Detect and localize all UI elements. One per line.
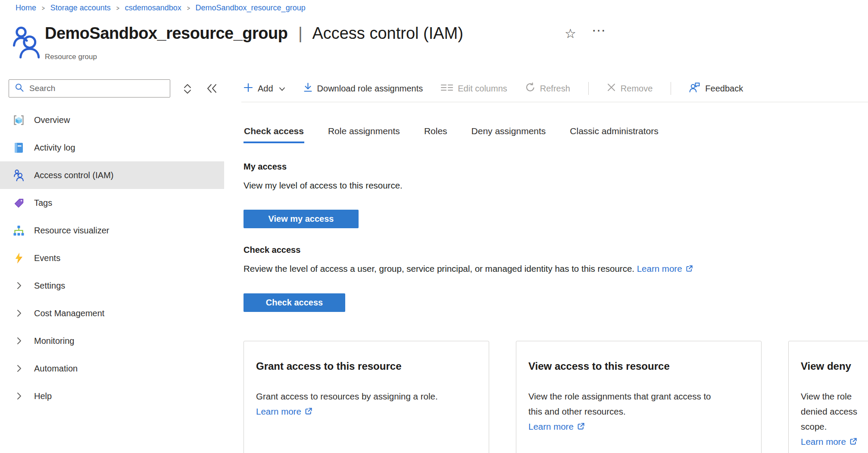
command-bar-divider: [241, 102, 868, 102]
view-access-card: View access to this resource View the ro…: [516, 341, 762, 453]
feedback-label: Feedback: [705, 84, 743, 94]
remove-label: Remove: [621, 84, 653, 94]
my-access-description: View my level of access to this resource…: [244, 180, 403, 191]
external-link-icon: [577, 420, 585, 435]
sidebar-search[interactable]: [9, 79, 170, 98]
breadcrumb-separator: >: [42, 4, 45, 12]
chevron-right-icon: [13, 335, 25, 347]
sidebar-item-tags[interactable]: Tags: [0, 189, 224, 217]
my-access-heading: My access: [244, 162, 287, 172]
external-link-icon: [304, 405, 312, 420]
search-icon: [15, 83, 24, 94]
view-access-card-title: View access to this resource: [528, 360, 749, 372]
breadcrumb-home[interactable]: Home: [16, 3, 36, 13]
view-access-learn-more[interactable]: Learn more: [528, 419, 749, 435]
sidebar-item-label: Tags: [34, 198, 52, 208]
download-icon: [303, 82, 312, 94]
refresh-icon: [525, 82, 535, 94]
check-access-heading: Check access: [244, 245, 300, 255]
refresh-button[interactable]: Refresh: [525, 82, 570, 94]
sidebar-item-overview[interactable]: Overview: [0, 106, 224, 134]
learn-more-label[interactable]: Learn more: [528, 422, 574, 431]
remove-button[interactable]: Remove: [607, 83, 653, 94]
tab-roles[interactable]: Roles: [424, 126, 448, 143]
more-options-icon[interactable]: …: [591, 18, 607, 35]
sidebar-item-label: Resource visualizer: [34, 226, 109, 236]
check-access-button[interactable]: Check access: [244, 293, 345, 312]
view-deny-body-line: View the role: [801, 389, 868, 404]
breadcrumb-resource-group[interactable]: DemoSandbox_resource_group: [196, 3, 306, 13]
feedback-button[interactable]: Feedback: [689, 82, 743, 95]
toolbar-divider: [671, 82, 671, 95]
sidebar-item-settings[interactable]: Settings: [0, 272, 224, 299]
breadcrumb-storage-accounts[interactable]: Storage accounts: [50, 3, 111, 13]
sidebar-item-label: Overview: [34, 115, 70, 125]
feedback-icon: [689, 82, 700, 95]
view-deny-card-body: View the role denied access scope.: [801, 389, 868, 434]
edit-columns-button[interactable]: Edit columns: [441, 84, 507, 94]
view-deny-body-line: denied access: [801, 404, 868, 419]
sidebar-item-events[interactable]: Events: [0, 244, 224, 272]
people-icon: [13, 170, 25, 181]
grant-access-card-body: Grant access to resources by assigning a…: [256, 389, 442, 404]
columns-icon: [441, 84, 453, 94]
favorite-star-icon[interactable]: ☆: [565, 26, 576, 41]
learn-more-label[interactable]: Learn more: [256, 406, 301, 416]
chevron-right-icon: [13, 308, 25, 319]
external-link-icon: [849, 435, 857, 450]
chevron-right-icon: [13, 363, 25, 374]
breadcrumb-separator: >: [187, 4, 190, 12]
cube-icon: [13, 114, 25, 126]
grant-access-learn-more[interactable]: Learn more: [256, 404, 477, 420]
add-button[interactable]: Add: [244, 83, 285, 94]
sidebar-item-automation[interactable]: Automation: [0, 355, 224, 382]
tab-check-access[interactable]: Check access: [244, 126, 304, 143]
page-title-separator: |: [298, 24, 303, 42]
breadcrumb: Home > Storage accounts > csdemosandbox …: [16, 3, 306, 13]
sidebar-item-activity-log[interactable]: Activity log: [0, 134, 224, 161]
sidebar-item-cost-management[interactable]: Cost Management: [0, 299, 224, 327]
learn-more-label[interactable]: Learn more: [801, 437, 846, 447]
tab-classic-administrators[interactable]: Classic administrators: [569, 126, 659, 143]
page-title-blade-name: Access control (IAM): [312, 24, 463, 42]
collapse-menu-icon[interactable]: [206, 83, 219, 96]
tab-bar: Check access Role assignments Roles Deny…: [244, 126, 659, 143]
close-icon: [607, 83, 616, 94]
check-access-learn-more-link[interactable]: Learn more: [637, 264, 682, 274]
search-input[interactable]: [29, 84, 154, 93]
chevron-right-icon: [13, 280, 25, 292]
sidebar-item-label: Activity log: [34, 143, 75, 153]
sidebar-item-help[interactable]: Help: [0, 382, 224, 410]
toolbar-divider: [588, 82, 589, 95]
sidebar-item-label: Automation: [34, 364, 78, 374]
sidebar-item-resource-visualizer[interactable]: Resource visualizer: [0, 217, 224, 244]
external-link-icon: [685, 264, 693, 275]
chevron-down-icon: [279, 84, 285, 94]
breadcrumb-separator: >: [116, 4, 119, 12]
view-deny-learn-more[interactable]: Learn more: [801, 434, 868, 450]
command-bar: Add Download role assignments: [244, 77, 761, 100]
page-title-resource-name: DemoSandbox_resource_group: [45, 24, 287, 42]
bolt-icon: [13, 252, 25, 264]
sidebar-item-label: Monitoring: [34, 336, 74, 346]
tab-deny-assignments[interactable]: Deny assignments: [471, 126, 546, 143]
tab-role-assignments[interactable]: Role assignments: [328, 126, 400, 143]
sidebar-item-access-control-iam[interactable]: Access control (IAM): [0, 161, 224, 189]
add-button-label: Add: [258, 84, 273, 94]
chevron-right-icon: [13, 390, 25, 402]
view-access-card-body: View the role assignments that grant acc…: [528, 389, 715, 419]
breadcrumb-csdemosandbox[interactable]: csdemosandbox: [125, 3, 181, 13]
tree-icon: [13, 225, 25, 236]
sidebar-item-monitoring[interactable]: Monitoring: [0, 327, 224, 355]
sidebar-item-label: Help: [34, 391, 52, 401]
download-role-assignments-button[interactable]: Download role assignments: [303, 82, 423, 94]
view-deny-body-line: scope.: [801, 419, 868, 434]
sidebar-item-label: Settings: [34, 281, 65, 291]
expand-collapse-icon[interactable]: [182, 83, 193, 97]
tag-icon: [13, 197, 25, 209]
view-my-access-button[interactable]: View my access: [244, 210, 359, 228]
refresh-label: Refresh: [540, 84, 570, 94]
plus-icon: [244, 83, 253, 94]
check-access-description-text: Review the level of access a user, group…: [244, 264, 634, 274]
info-cards-row: Grant access to this resource Grant acce…: [244, 341, 868, 453]
